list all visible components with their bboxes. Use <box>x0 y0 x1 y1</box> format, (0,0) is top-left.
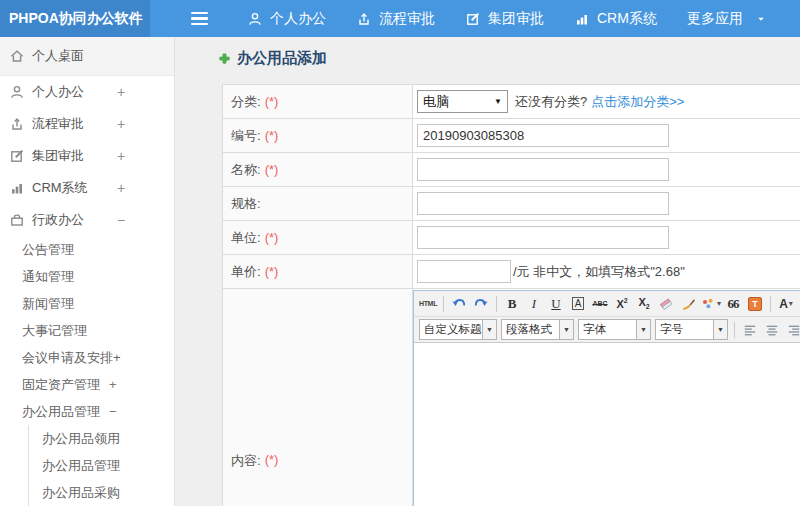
align-right-icon <box>787 323 800 337</box>
home-icon <box>9 48 25 64</box>
caret-down-icon: ▼ <box>713 320 727 339</box>
sidebar-item-personal-desktop[interactable]: 个人桌面 <box>0 37 174 76</box>
editor-toolbar-row2: 自定义标题▼段落格式▼字体▼字号▼ <box>414 317 800 343</box>
required-star: (*) <box>265 452 279 467</box>
sidebar-item-announcement-mgmt[interactable]: 公告管理 <box>0 236 174 263</box>
top-navbar: PHPOA协同办公软件 个人办公流程审批集团审批CRM系统更多应用 <box>0 0 800 37</box>
price-input[interactable] <box>417 260 511 283</box>
strikethrough-button[interactable]: ABC <box>590 294 610 314</box>
expand-icon[interactable]: + <box>117 180 125 196</box>
collapse-icon[interactable]: − <box>117 212 125 228</box>
field-label: 名称: <box>231 161 261 179</box>
sidebar-item-office-supplies-manage[interactable]: 办公用品管理 <box>29 452 174 479</box>
sidebar-item-label: 办公用品采购 <box>42 484 120 502</box>
form-row-code: 编号: (*) <box>223 119 800 153</box>
caret-down-icon: ▼ <box>636 320 650 339</box>
sidebar-item-fixed-assets-mgmt[interactable]: 固定资产管理+ <box>0 371 174 398</box>
field-label: 规格: <box>231 195 261 213</box>
sidebar-item-workflow-approval[interactable]: 流程审批+ <box>0 108 174 140</box>
spec-input[interactable] <box>417 192 669 215</box>
redo-button[interactable] <box>471 294 491 314</box>
custom-heading-select[interactable]: 自定义标题▼ <box>419 319 497 340</box>
subscript-button[interactable]: X2 <box>634 294 654 314</box>
nav-item-workflow-approval[interactable]: 流程审批 <box>341 0 450 37</box>
sidebar-item-label: 会议申请及安排+ <box>22 349 121 367</box>
superscript-button[interactable]: X2 <box>612 294 632 314</box>
field-label: 编号: <box>231 127 261 145</box>
expand-icon[interactable]: + <box>117 84 125 100</box>
hamburger-menu-icon[interactable] <box>191 12 208 26</box>
sidebar-item-memorabilia-mgmt[interactable]: 大事记管理 <box>0 317 174 344</box>
name-input[interactable] <box>417 158 669 181</box>
color-palette-button[interactable]: ▾ <box>700 294 721 314</box>
caret-down-icon: ▼ <box>559 320 573 339</box>
sidebar-item-label: 办公用品领用 <box>42 430 120 448</box>
code-input[interactable] <box>417 124 669 147</box>
nav-item-crm-system[interactable]: CRM系统 <box>559 0 672 37</box>
font-color-button[interactable]: A▾ <box>776 294 796 314</box>
format-brush-icon <box>680 296 696 312</box>
sidebar-item-notice-mgmt[interactable]: 通知管理 <box>0 263 174 290</box>
expand-icon[interactable]: + <box>109 377 117 392</box>
sidebar-item-office-supplies-claim[interactable]: 办公用品领用 <box>29 425 174 452</box>
collapse-icon[interactable]: − <box>109 404 117 419</box>
sidebar-item-group-approval[interactable]: 集团审批+ <box>0 140 174 172</box>
blockquote-button[interactable]: 66 <box>723 294 743 314</box>
source-code-button[interactable]: HTML <box>418 294 438 314</box>
category-select[interactable]: 电脑 ▼ <box>417 90 508 113</box>
sidebar-item-label: 办公用品管理 <box>42 457 120 475</box>
unit-input[interactable] <box>417 226 669 249</box>
sidebar-item-label: 办公用品管理 <box>22 403 100 421</box>
sidebar-subgroup: 办公用品领用办公用品管理办公用品采购 <box>28 425 174 506</box>
italic-button[interactable]: I <box>524 294 544 314</box>
bold-button[interactable]: B <box>502 294 522 314</box>
person-icon <box>247 11 263 27</box>
select-arrow-icon: ▼ <box>494 97 502 106</box>
font-family-select[interactable]: 字体▼ <box>578 319 651 340</box>
price-hint: /元 非中文，如填写格式"2.68" <box>513 263 685 281</box>
briefcase-icon <box>9 212 25 228</box>
font-size-select[interactable]: 字号▼ <box>655 319 728 340</box>
expand-icon[interactable]: + <box>117 116 125 132</box>
align-right-button[interactable] <box>784 320 800 340</box>
sidebar-item-label: 固定资产管理 <box>22 376 100 394</box>
chart-icon <box>574 11 590 27</box>
sidebar-item-news-mgmt[interactable]: 新闻管理 <box>0 290 174 317</box>
sidebar-item-office-supplies-purchase[interactable]: 办公用品采购 <box>29 479 174 506</box>
sidebar: 个人桌面个人办公+流程审批+集团审批+CRM系统+行政办公−公告管理通知管理新闻… <box>0 37 175 506</box>
paragraph-format-select[interactable]: 段落格式▼ <box>501 319 574 340</box>
eraser-button[interactable] <box>656 294 676 314</box>
template-button[interactable]: T <box>745 294 765 314</box>
color-palette-icon <box>700 296 716 312</box>
sidebar-item-personal-office[interactable]: 个人办公+ <box>0 76 174 108</box>
nav-item-group-approval[interactable]: 集团审批 <box>450 0 559 37</box>
add-category-link[interactable]: 点击添加分类>> <box>591 93 684 111</box>
font-size-select-label: 字号 <box>656 322 713 337</box>
template-icon: T <box>748 297 762 311</box>
format-brush-button[interactable] <box>678 294 698 314</box>
required-star: (*) <box>265 128 279 143</box>
editor-content[interactable] <box>414 343 800 506</box>
sidebar-item-admin-office[interactable]: 行政办公− <box>0 204 174 236</box>
redo-icon <box>473 296 489 312</box>
category-hint: 还没有分类? <box>515 93 587 111</box>
sidebar-item-meeting-request[interactable]: 会议申请及安排+ <box>0 344 174 371</box>
nav-item-more-apps[interactable]: 更多应用 <box>672 0 781 37</box>
font-format-button[interactable]: A <box>568 294 588 314</box>
sidebar-item-label: 行政办公 <box>32 211 84 229</box>
toolbar-separator <box>770 296 771 312</box>
nav-item-label: 更多应用 <box>687 10 743 28</box>
sidebar-item-label: 通知管理 <box>22 268 74 286</box>
required-star: (*) <box>265 94 279 109</box>
undo-button[interactable] <box>449 294 469 314</box>
main-content: 办公用品添加 分类: (*) 电脑 ▼ 还没有分类? 点击添加分类>> 编号: … <box>175 37 800 506</box>
align-center-button[interactable] <box>762 320 782 340</box>
nav-item-personal-office[interactable]: 个人办公 <box>232 0 341 37</box>
page-title-row: 办公用品添加 <box>218 49 327 68</box>
paragraph-format-select-label: 段落格式 <box>502 322 559 337</box>
sidebar-item-crm-system[interactable]: CRM系统+ <box>0 172 174 204</box>
expand-icon[interactable]: + <box>117 148 125 164</box>
underline-button[interactable]: U <box>546 294 566 314</box>
sidebar-item-office-supplies-mgmt[interactable]: 办公用品管理− <box>0 398 174 425</box>
align-left-button[interactable] <box>740 320 760 340</box>
